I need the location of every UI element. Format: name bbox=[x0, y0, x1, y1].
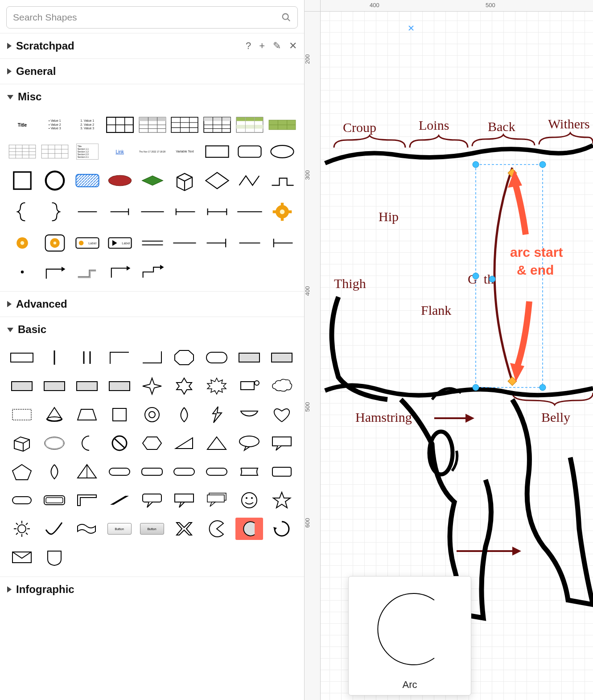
shape-table-green[interactable] bbox=[268, 114, 296, 136]
shape-brace-right[interactable] bbox=[41, 198, 69, 225]
add-icon[interactable]: + bbox=[259, 41, 265, 51]
shape-hatched-rect[interactable] bbox=[73, 167, 102, 194]
shape-stadium[interactable] bbox=[8, 489, 36, 511]
shape-sun[interactable] bbox=[8, 518, 36, 540]
shape-speech-rect[interactable] bbox=[268, 432, 296, 454]
section-general[interactable]: General bbox=[0, 58, 304, 84]
shape-button1[interactable]: Button bbox=[106, 518, 133, 540]
shape-lens[interactable] bbox=[41, 461, 68, 483]
shape-title-text[interactable]: Title bbox=[8, 114, 37, 136]
shape-square[interactable] bbox=[8, 167, 37, 194]
shape-dot[interactable] bbox=[8, 261, 37, 283]
shape-line-long[interactable] bbox=[235, 198, 264, 225]
shape-filled-rect2[interactable] bbox=[268, 346, 296, 369]
pencil-icon[interactable]: ✎ bbox=[273, 41, 281, 51]
shape-empty4[interactable] bbox=[268, 261, 296, 283]
shape-zigzag[interactable] bbox=[235, 167, 264, 194]
shape-filled-rect4[interactable] bbox=[41, 375, 68, 397]
shape-callout1[interactable] bbox=[138, 489, 166, 511]
shape-corner-br[interactable] bbox=[138, 346, 166, 369]
shape-speech-ellipse[interactable] bbox=[235, 432, 263, 454]
shape-double-vbar[interactable] bbox=[73, 346, 101, 369]
shape-pentagon[interactable] bbox=[8, 461, 36, 483]
shape-plaque[interactable] bbox=[268, 461, 296, 483]
shape-table-small1[interactable] bbox=[8, 140, 37, 163]
shape-empty2[interactable] bbox=[203, 261, 231, 283]
arc-shape[interactable] bbox=[494, 168, 512, 382]
shape-table-small2[interactable] bbox=[41, 140, 69, 163]
selection-handle[interactable] bbox=[539, 161, 546, 168]
canvas-area[interactable]: 400 500 200 300 400 500 600 Croup Loins … bbox=[305, 0, 593, 700]
shape-ticket[interactable] bbox=[235, 461, 263, 483]
shape-heart[interactable] bbox=[268, 404, 296, 426]
shape-loading[interactable] bbox=[268, 518, 296, 540]
shape-splat[interactable] bbox=[41, 432, 68, 454]
shape-gear-boxed[interactable] bbox=[41, 230, 69, 256]
shape-gear-gold[interactable] bbox=[268, 198, 296, 225]
shape-table-striped[interactable] bbox=[235, 114, 264, 136]
shape-table-beveled[interactable] bbox=[203, 114, 231, 136]
shape-line-tick-end[interactable] bbox=[106, 198, 134, 225]
help-icon[interactable]: ? bbox=[246, 41, 251, 51]
shape-flag[interactable] bbox=[235, 375, 263, 397]
shape-grid-3x3[interactable] bbox=[170, 114, 199, 136]
shape-variable[interactable]: Variable Text bbox=[170, 140, 199, 163]
shape-filled-rect5[interactable] bbox=[73, 375, 101, 397]
shape-star6[interactable] bbox=[170, 375, 198, 397]
shape-cone[interactable] bbox=[41, 404, 68, 426]
shape-rounded3[interactable] bbox=[138, 461, 166, 483]
selection-handle[interactable] bbox=[489, 276, 495, 282]
shape-rect[interactable] bbox=[203, 140, 231, 163]
shape-diamond-outline[interactable] bbox=[203, 167, 231, 194]
shape-vbar[interactable] bbox=[41, 346, 68, 369]
shape-cube[interactable] bbox=[170, 167, 199, 194]
shape-line-medium[interactable] bbox=[138, 198, 167, 225]
shape-slash[interactable] bbox=[106, 489, 133, 511]
shape-green-diamond[interactable] bbox=[138, 167, 167, 194]
shape-line-tick-start[interactable] bbox=[170, 198, 199, 225]
shape-pyramid[interactable] bbox=[73, 461, 101, 483]
shape-right-triangle[interactable] bbox=[170, 432, 198, 454]
shape-line-short[interactable] bbox=[73, 198, 102, 225]
shape-timestamp[interactable]: Thu Nov 17 2022 17:18:28 bbox=[138, 140, 167, 163]
shape-rounded-rect2[interactable] bbox=[203, 346, 231, 369]
shape-empty1[interactable] bbox=[170, 261, 199, 283]
shape-rounded4[interactable] bbox=[170, 461, 198, 483]
shape-step-3d[interactable] bbox=[73, 261, 102, 283]
shape-pacman[interactable] bbox=[203, 518, 231, 540]
selection-handle[interactable] bbox=[473, 161, 479, 168]
shape-callout-stack[interactable] bbox=[203, 489, 231, 511]
shape-target[interactable] bbox=[138, 404, 166, 426]
shape-pill[interactable] bbox=[106, 461, 133, 483]
shape-label-box[interactable]: Label bbox=[73, 230, 102, 256]
section-infographic[interactable]: Infographic bbox=[0, 576, 304, 602]
shape-wave[interactable] bbox=[73, 518, 101, 540]
shape-line-tick-right[interactable] bbox=[203, 230, 231, 256]
shape-stamp[interactable] bbox=[8, 404, 36, 426]
shape-line-tick-left[interactable] bbox=[268, 230, 296, 256]
shape-circle-thick[interactable] bbox=[41, 167, 69, 194]
shape-double-rounded[interactable] bbox=[41, 489, 68, 511]
shape-elbow-arrow[interactable] bbox=[106, 261, 134, 283]
drawing-layer[interactable]: Croup Loins Back Withers Hip Thigh Flank… bbox=[321, 12, 593, 700]
shape-star4[interactable] bbox=[138, 375, 166, 397]
shape-arrow-up-right[interactable] bbox=[41, 261, 69, 283]
shape-double-line[interactable] bbox=[138, 230, 167, 256]
shape-gear-small[interactable] bbox=[8, 230, 37, 256]
shape-shield[interactable] bbox=[41, 546, 68, 568]
shape-check[interactable] bbox=[41, 518, 68, 540]
shape-moon[interactable] bbox=[73, 432, 101, 454]
shape-filled-rect3[interactable] bbox=[8, 375, 36, 397]
selection-handle[interactable] bbox=[473, 273, 479, 279]
section-basic[interactable]: Basic bbox=[0, 317, 304, 342]
shape-basic-rect[interactable] bbox=[8, 346, 36, 369]
shape-filled-rect6[interactable] bbox=[106, 375, 133, 397]
shape-burst[interactable] bbox=[203, 375, 231, 397]
shape-corner-tl[interactable] bbox=[106, 346, 133, 369]
shape-star5[interactable] bbox=[268, 489, 296, 511]
close-marker-icon[interactable] bbox=[409, 26, 413, 30]
shape-link[interactable]: Link bbox=[106, 140, 134, 163]
shape-dimension[interactable] bbox=[203, 198, 231, 225]
shape-outline-list[interactable]: TitleSection 1.1Section 1.2Section 2.0Se… bbox=[73, 140, 102, 163]
shape-step-line[interactable] bbox=[268, 167, 296, 194]
